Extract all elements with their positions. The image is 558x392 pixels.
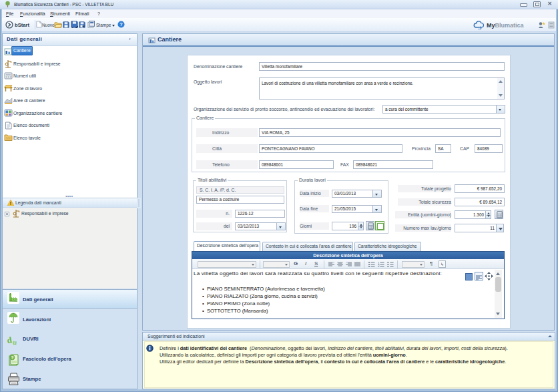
svg-text:2: 2 xyxy=(378,264,380,267)
svg-text:u: u xyxy=(13,338,18,346)
svg-text:?: ? xyxy=(11,355,14,360)
svg-text:?: ? xyxy=(119,21,123,27)
